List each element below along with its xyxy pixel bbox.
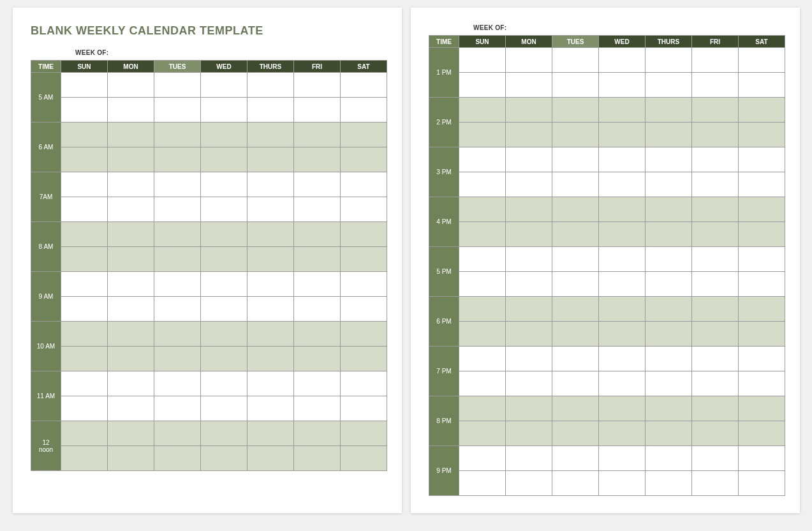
calendar-cell[interactable] — [646, 123, 692, 147]
calendar-cell[interactable] — [341, 73, 387, 98]
calendar-cell[interactable] — [341, 347, 387, 371]
calendar-cell[interactable] — [599, 147, 646, 172]
calendar-cell[interactable] — [739, 421, 785, 446]
calendar-cell[interactable] — [552, 347, 599, 371]
calendar-cell[interactable] — [108, 123, 154, 147]
calendar-cell[interactable] — [294, 73, 341, 98]
calendar-cell[interactable] — [506, 48, 552, 73]
calendar-cell[interactable] — [552, 172, 599, 197]
calendar-cell[interactable] — [459, 98, 506, 123]
calendar-cell[interactable] — [459, 147, 506, 172]
calendar-cell[interactable] — [646, 272, 692, 297]
calendar-cell[interactable] — [506, 197, 552, 222]
calendar-cell[interactable] — [201, 272, 247, 297]
calendar-cell[interactable] — [294, 421, 341, 446]
calendar-cell[interactable] — [61, 98, 108, 123]
calendar-cell[interactable] — [294, 98, 341, 123]
calendar-cell[interactable] — [506, 396, 552, 421]
calendar-cell[interactable] — [294, 172, 341, 197]
calendar-cell[interactable] — [506, 421, 552, 446]
calendar-cell[interactable] — [294, 147, 341, 172]
calendar-cell[interactable] — [692, 396, 739, 421]
calendar-cell[interactable] — [108, 297, 154, 322]
calendar-cell[interactable] — [599, 272, 646, 297]
calendar-cell[interactable] — [739, 73, 785, 98]
calendar-cell[interactable] — [61, 297, 108, 322]
calendar-cell[interactable] — [599, 48, 646, 73]
calendar-cell[interactable] — [646, 446, 692, 471]
calendar-cell[interactable] — [692, 172, 739, 197]
calendar-cell[interactable] — [341, 197, 387, 222]
calendar-cell[interactable] — [108, 98, 154, 123]
calendar-cell[interactable] — [108, 247, 154, 272]
calendar-cell[interactable] — [108, 197, 154, 222]
calendar-cell[interactable] — [739, 446, 785, 471]
calendar-cell[interactable] — [692, 147, 739, 172]
calendar-cell[interactable] — [646, 172, 692, 197]
calendar-cell[interactable] — [692, 421, 739, 446]
calendar-cell[interactable] — [739, 347, 785, 371]
calendar-cell[interactable] — [692, 347, 739, 371]
calendar-cell[interactable] — [201, 396, 247, 421]
calendar-cell[interactable] — [599, 322, 646, 347]
calendar-cell[interactable] — [739, 371, 785, 396]
calendar-cell[interactable] — [201, 322, 247, 347]
calendar-cell[interactable] — [341, 222, 387, 247]
calendar-cell[interactable] — [154, 446, 201, 471]
calendar-cell[interactable] — [692, 247, 739, 272]
calendar-cell[interactable] — [459, 446, 506, 471]
calendar-cell[interactable] — [506, 322, 552, 347]
calendar-cell[interactable] — [61, 371, 108, 396]
calendar-cell[interactable] — [154, 247, 201, 272]
calendar-cell[interactable] — [552, 396, 599, 421]
calendar-cell[interactable] — [739, 98, 785, 123]
calendar-cell[interactable] — [459, 371, 506, 396]
calendar-cell[interactable] — [646, 247, 692, 272]
calendar-cell[interactable] — [61, 396, 108, 421]
calendar-cell[interactable] — [108, 147, 154, 172]
calendar-cell[interactable] — [646, 197, 692, 222]
calendar-cell[interactable] — [294, 197, 341, 222]
calendar-cell[interactable] — [646, 98, 692, 123]
calendar-cell[interactable] — [739, 471, 785, 496]
calendar-cell[interactable] — [459, 73, 506, 98]
calendar-cell[interactable] — [341, 421, 387, 446]
calendar-cell[interactable] — [341, 371, 387, 396]
calendar-cell[interactable] — [599, 123, 646, 147]
calendar-cell[interactable] — [247, 98, 294, 123]
calendar-cell[interactable] — [459, 272, 506, 297]
calendar-cell[interactable] — [201, 371, 247, 396]
calendar-cell[interactable] — [108, 73, 154, 98]
calendar-cell[interactable] — [739, 48, 785, 73]
calendar-cell[interactable] — [552, 123, 599, 147]
calendar-cell[interactable] — [61, 73, 108, 98]
calendar-cell[interactable] — [506, 123, 552, 147]
calendar-cell[interactable] — [294, 322, 341, 347]
calendar-cell[interactable] — [201, 347, 247, 371]
calendar-cell[interactable] — [341, 297, 387, 322]
calendar-cell[interactable] — [294, 347, 341, 371]
calendar-cell[interactable] — [459, 471, 506, 496]
calendar-cell[interactable] — [646, 396, 692, 421]
calendar-cell[interactable] — [154, 98, 201, 123]
calendar-cell[interactable] — [552, 73, 599, 98]
calendar-cell[interactable] — [294, 123, 341, 147]
calendar-cell[interactable] — [294, 297, 341, 322]
calendar-cell[interactable] — [294, 446, 341, 471]
calendar-cell[interactable] — [599, 396, 646, 421]
calendar-cell[interactable] — [108, 322, 154, 347]
calendar-cell[interactable] — [599, 446, 646, 471]
calendar-cell[interactable] — [506, 147, 552, 172]
calendar-cell[interactable] — [506, 247, 552, 272]
calendar-cell[interactable] — [154, 322, 201, 347]
calendar-cell[interactable] — [599, 297, 646, 322]
calendar-cell[interactable] — [459, 421, 506, 446]
calendar-cell[interactable] — [341, 322, 387, 347]
calendar-cell[interactable] — [247, 247, 294, 272]
calendar-cell[interactable] — [341, 396, 387, 421]
calendar-cell[interactable] — [692, 272, 739, 297]
calendar-cell[interactable] — [201, 421, 247, 446]
calendar-cell[interactable] — [247, 123, 294, 147]
calendar-cell[interactable] — [459, 197, 506, 222]
calendar-cell[interactable] — [154, 172, 201, 197]
